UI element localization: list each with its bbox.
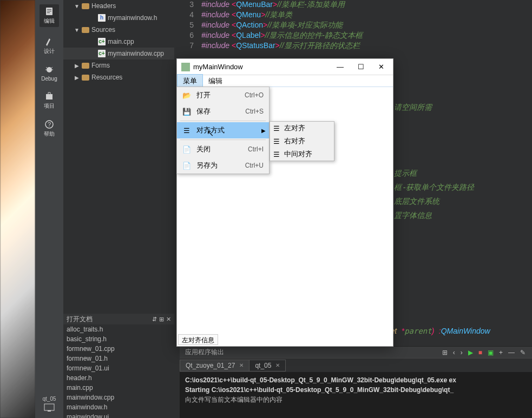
menu-item-icon: ☰ [182, 126, 191, 135]
menu-item-shortcut: Ctrl+S [245, 108, 264, 115]
open-document-item[interactable]: formnew_01.ui [63, 363, 174, 373]
design-icon [44, 37, 54, 47]
menu-item-icon: 📄 [182, 161, 191, 170]
edit-icon [44, 6, 54, 16]
open-document-item[interactable]: main.cpp [63, 383, 174, 393]
tab-label: qt_05 [255, 362, 271, 369]
menu-item-icon: ☰ [273, 150, 280, 158]
output-toolbar: 应用程序输出 ⊞ ‹ › ▶ ■ ▣ + — ✎ [180, 346, 532, 358]
svg-text:?: ? [48, 121, 51, 128]
window-titlebar[interactable]: myMainWindow — ☐ ✕ [177, 59, 393, 75]
window-minimize-button[interactable]: — [337, 63, 344, 71]
menu-item[interactable]: 📂打开Ctrl+O [177, 87, 269, 103]
open-document-item[interactable]: basic_string.h [63, 334, 174, 344]
tree-item-label: mymainwindow.cpp [108, 50, 164, 57]
menu-item[interactable]: ☰对齐方式▶ [177, 122, 269, 138]
menu-item-shortcut: Ctrl+I [248, 145, 264, 153]
menu-item[interactable]: 📄另存为Ctrl+U [177, 157, 269, 174]
code-line: dget *parent) :QMainWindow [382, 327, 490, 335]
project-tree-item[interactable]: c+main.cpp [63, 36, 174, 48]
submenu-item[interactable]: ☰右对齐 [270, 135, 334, 148]
tree-item-label: mymainwindow.h [108, 14, 157, 22]
svg-line-7 [46, 67, 47, 68]
window-close-button[interactable]: ✕ [378, 63, 384, 71]
project-tree-item[interactable]: ▼Sources [63, 24, 174, 36]
application-output-console[interactable]: C:\ios2021\c++\build-qt_05-Desktop_Qt_5_… [180, 372, 532, 418]
open-document-item[interactable]: alloc_traits.h [63, 324, 174, 334]
svg-rect-1 [47, 9, 51, 10]
menu-item-icon: ☰ [273, 124, 280, 132]
open-docs-sort-icon[interactable]: ⇵ [152, 316, 157, 323]
output-tool-stop-icon[interactable]: ■ [478, 349, 482, 356]
kit-selector[interactable]: qt_05 [42, 396, 56, 413]
submenu-item[interactable]: ☰左对齐 [270, 122, 334, 135]
tree-item-label: Headers [91, 2, 116, 10]
project-tree-item[interactable]: ▼Headers [63, 0, 174, 12]
output-tab[interactable]: Qt_zuoye_01_27✕ [180, 360, 249, 371]
output-tool-run2-icon[interactable]: ▣ [488, 349, 494, 356]
menubar-item-menu[interactable]: 菜单 [177, 74, 203, 88]
project-tree-item[interactable]: c+mymainwindow.cpp [63, 48, 174, 59]
code-line: #include <QMenu>//菜单类 [201, 10, 292, 21]
console-line: C:\ios2021\c++\build-qt_05-Desktop_Qt_5_… [185, 375, 527, 385]
tab-close-icon[interactable]: ✕ [275, 362, 280, 368]
menu-item-label: 打开 [196, 90, 239, 100]
menu-item[interactable]: 📄关闭Ctrl+I [177, 141, 269, 157]
window-app-icon [181, 63, 190, 71]
tab-close-icon[interactable]: ✕ [239, 362, 244, 368]
open-document-item[interactable]: formnew_01.cpp [63, 344, 174, 354]
open-docs-close-icon[interactable]: ✕ [166, 316, 171, 323]
submenu-item[interactable]: ☰中间对齐 [270, 148, 334, 161]
menu-dropdown: 📂打开Ctrl+O💾保存Ctrl+S☰对齐方式▶📄关闭Ctrl+I📄另存为Ctr… [176, 87, 270, 174]
code-line: #include <QMenuBar>//菜单栏-添加菜单用 [201, 0, 345, 10]
console-line: Starting C:\ios2021\c++\build-qt_05-Desk… [185, 385, 527, 395]
project-tree[interactable]: ▼Headershmymainwindow.h▼Sourcesc+main.cp… [63, 0, 174, 314]
line-number: 5 [174, 21, 201, 31]
code-comment: 请空间所需 [394, 103, 432, 112]
menu-item[interactable]: 💾保存Ctrl+S [177, 103, 269, 120]
activity-help[interactable]: ? 帮助 [44, 120, 55, 138]
output-tool-add-icon[interactable]: + [499, 349, 503, 356]
project-tree-item[interactable]: ▶Forms [63, 59, 174, 71]
open-document-item[interactable]: mainwindow.h [63, 402, 174, 412]
tree-item-label: Sources [91, 26, 115, 34]
project-tree-item[interactable]: hmymainwindow.h [63, 12, 174, 24]
svg-line-8 [51, 67, 52, 68]
help-icon: ? [44, 120, 54, 129]
open-document-item[interactable]: formnew_01.h [63, 354, 174, 363]
window-maximize-button[interactable]: ☐ [358, 63, 364, 71]
menubar-item-edit[interactable]: 编辑 [203, 75, 228, 88]
open-document-item[interactable]: header.h [63, 373, 174, 383]
project-tree-item[interactable]: ▶Resources [63, 71, 174, 83]
menu-item-shortcut: Ctrl+U [245, 162, 264, 169]
menu-item-label: 右对齐 [284, 136, 305, 146]
output-tool-edit-icon[interactable]: ✎ [520, 349, 526, 356]
console-line: 向文件写当前文本编辑器中的内容 [185, 395, 527, 404]
output-tool-next-icon[interactable]: › [461, 349, 463, 356]
output-tab[interactable]: qt_05✕ [249, 360, 286, 371]
code-comment: 提示框 [394, 169, 417, 178]
menu-item-label: 中间对齐 [284, 149, 312, 159]
code-comment: 底层文件系统 [394, 197, 439, 207]
line-number: 4 [174, 10, 201, 21]
project-icon [44, 91, 54, 101]
code-comment: 置字体信息 [394, 211, 432, 221]
menu-item-label: 对齐方式 [196, 125, 264, 135]
open-docs-split-icon[interactable]: ⊞ [159, 316, 164, 323]
activity-design[interactable]: 设计 [44, 37, 55, 55]
output-tool-run-icon[interactable]: ▶ [468, 349, 473, 356]
line-number: 3 [174, 0, 201, 10]
open-document-item[interactable]: mainwindow.cpp [63, 393, 174, 402]
output-tool-prev-icon[interactable]: ‹ [453, 349, 455, 356]
window-menubar: 菜单 编辑 [177, 75, 393, 87]
desktop-wallpaper [0, 0, 35, 418]
activity-edit[interactable]: 编辑 [40, 4, 59, 27]
output-tool-remove-icon[interactable]: — [508, 349, 515, 356]
activity-debug[interactable]: Debug [41, 65, 57, 82]
line-number: 7 [174, 41, 201, 51]
menu-item-icon: 📂 [182, 91, 191, 99]
activity-project[interactable]: 项目 [44, 91, 55, 110]
svg-rect-3 [47, 12, 50, 13]
open-document-item[interactable]: mainwindow.ui [63, 412, 174, 418]
output-tool-maximize-icon[interactable]: ⊞ [442, 349, 448, 356]
